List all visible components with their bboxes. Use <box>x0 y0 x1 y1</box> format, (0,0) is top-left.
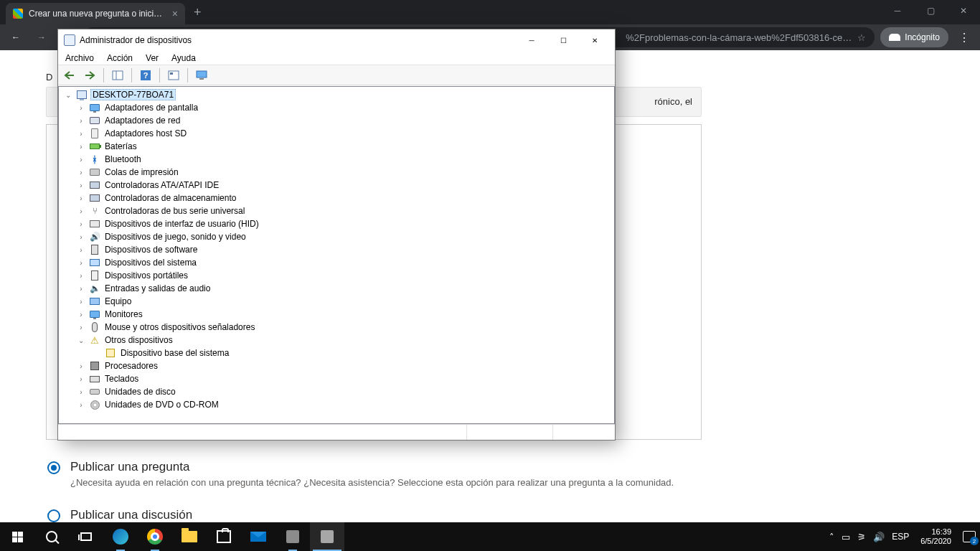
expand-icon[interactable]: › <box>76 270 86 281</box>
chrome-maximize-button[interactable]: ▢ <box>914 0 947 22</box>
collapse-icon[interactable]: ⌄ <box>76 335 86 345</box>
menu-file[interactable]: Archivo <box>65 53 94 63</box>
taskbar: ˄ ▭ ⚞ 🔊 ESP 16:39 6/5/2020 2 <box>0 522 980 551</box>
expand-icon[interactable]: › <box>76 258 86 268</box>
tree-node[interactable]: ›⑂Controladoras de bus serie universal <box>60 204 614 217</box>
option-publish-discussion[interactable]: Publicar una discusión <box>47 508 702 522</box>
tree-node[interactable]: ›Controladoras de almacenamiento <box>60 192 614 204</box>
expand-icon[interactable]: › <box>76 193 86 203</box>
tree-node[interactable]: ›🔈Entradas y salidas de audio <box>60 282 614 295</box>
forward-icon[interactable] <box>81 67 98 83</box>
back-icon[interactable] <box>61 67 78 83</box>
expand-icon[interactable]: › <box>76 387 86 397</box>
tree-node[interactable]: ⌄DESKTOP-77BOA71 <box>60 88 614 101</box>
expand-icon[interactable]: › <box>76 283 86 293</box>
taskbar-chrome[interactable] <box>138 522 172 551</box>
taskbar-devmgr[interactable] <box>310 522 344 551</box>
node-label: Controladoras de bus serie universal <box>103 206 246 216</box>
help-icon[interactable]: ? <box>137 67 154 83</box>
expand-icon[interactable]: › <box>76 296 86 306</box>
chrome-menu-icon[interactable]: ⋮ <box>954 31 974 44</box>
minimize-button[interactable]: ─ <box>516 30 547 50</box>
menu-action[interactable]: Acción <box>107 53 133 63</box>
device-tree[interactable]: ⌄DESKTOP-77BOA71›Adaptadores de pantalla… <box>58 86 615 424</box>
tree-node[interactable]: ›ᚼBluetooth <box>60 153 614 166</box>
expand-icon[interactable]: › <box>76 400 86 410</box>
expand-icon[interactable]: › <box>76 116 86 126</box>
tree-node[interactable]: ›Monitores <box>60 308 614 321</box>
tray-wifi-icon[interactable]: ⚞ <box>857 532 866 542</box>
nav-forward-icon[interactable]: → <box>32 27 52 47</box>
expand-icon[interactable]: › <box>76 374 86 384</box>
tray-chevron-icon[interactable]: ˄ <box>829 532 834 542</box>
collapse-icon[interactable]: ⌄ <box>63 90 73 100</box>
expand-icon[interactable]: › <box>76 219 86 229</box>
tree-node[interactable]: ›Dispositivos de interfaz de usuario (HI… <box>60 217 614 230</box>
tray-battery-icon[interactable]: ▭ <box>842 532 850 542</box>
tree-node[interactable]: ›🔊Dispositivos de juego, sonido y video <box>60 230 614 243</box>
expand-icon[interactable]: › <box>76 128 86 138</box>
tree-node[interactable]: ›Unidades de DVD o CD-ROM <box>60 398 614 411</box>
expand-icon[interactable]: › <box>76 154 86 164</box>
expand-icon[interactable]: › <box>76 141 86 151</box>
radio-icon[interactable] <box>47 509 60 522</box>
expand-icon[interactable]: › <box>76 180 86 190</box>
browser-tab[interactable]: Crear una nueva pregunta o inici… × <box>6 3 185 24</box>
menu-view[interactable]: Ver <box>146 53 159 63</box>
tree-node[interactable]: ›Baterías <box>60 140 614 153</box>
expand-icon[interactable]: › <box>76 322 86 332</box>
chrome-minimize-button[interactable]: ─ <box>881 0 914 22</box>
tab-close-icon[interactable]: × <box>172 8 178 19</box>
tree-node[interactable]: ›Procesadores <box>60 359 614 372</box>
incognito-indicator[interactable]: Incógnito <box>880 27 948 47</box>
tray-clock[interactable]: 16:39 6/5/2020 <box>916 527 956 546</box>
new-tab-button[interactable]: + <box>185 5 210 24</box>
tree-node[interactable]: ⌄⚠Otros dispositivos <box>60 334 614 347</box>
search-button[interactable] <box>34 522 69 551</box>
bookmark-star-icon[interactable]: ☆ <box>857 32 866 43</box>
nav-back-icon[interactable]: ← <box>6 27 26 47</box>
tree-node[interactable]: ›Adaptadores host SD <box>60 127 614 140</box>
scan-hardware-icon[interactable] <box>165 67 182 83</box>
tree-node[interactable]: ›Dispositivos del sistema <box>60 256 614 269</box>
option-publish-question[interactable]: Publicar una pregunta ¿Necesita ayuda en… <box>47 460 702 488</box>
expand-icon[interactable]: › <box>76 206 86 216</box>
monitor-icon[interactable] <box>193 67 210 83</box>
tray-notifications[interactable]: 2 <box>963 531 976 542</box>
tree-node[interactable]: ›Adaptadores de pantalla <box>60 101 614 114</box>
tree-node[interactable]: ›Dispositivos portátiles <box>60 269 614 282</box>
tree-node[interactable]: ›Colas de impresión <box>60 166 614 179</box>
titlebar[interactable]: Administrador de dispositivos ─ ☐ ✕ <box>58 29 615 51</box>
device-manager-window: Administrador de dispositivos ─ ☐ ✕ Arch… <box>57 29 616 441</box>
show-hide-tree-icon[interactable] <box>109 67 126 83</box>
tree-node[interactable]: ›Teclados <box>60 372 614 385</box>
tree-node[interactable]: Dispositivo base del sistema <box>60 347 614 359</box>
tray-volume-icon[interactable]: 🔊 <box>873 532 885 542</box>
tree-node[interactable]: ›Adaptadores de red <box>60 114 614 127</box>
chrome-close-button[interactable]: ✕ <box>947 0 980 22</box>
expand-icon[interactable]: › <box>76 167 86 177</box>
menu-help[interactable]: Ayuda <box>171 53 196 63</box>
tree-node[interactable]: ›Controladoras ATA/ATAPI IDE <box>60 179 614 192</box>
taskbar-app1[interactable] <box>275 522 310 551</box>
taskbar-mail[interactable] <box>241 522 275 551</box>
expand-icon[interactable]: › <box>76 361 86 371</box>
expand-icon[interactable]: › <box>76 103 86 113</box>
taskbar-explorer[interactable] <box>172 522 207 551</box>
close-button[interactable]: ✕ <box>579 30 611 50</box>
start-button[interactable] <box>0 522 34 551</box>
radio-icon[interactable] <box>47 461 60 474</box>
taskbar-edge[interactable] <box>103 522 138 551</box>
expand-icon[interactable]: › <box>76 232 86 242</box>
tree-node[interactable]: ›Equipo <box>60 295 614 308</box>
expand-icon[interactable]: › <box>76 245 86 255</box>
expand-icon[interactable]: › <box>76 309 86 319</box>
tree-node[interactable]: ›Mouse y otros dispositivos señaladores <box>60 321 614 334</box>
taskbar-store[interactable] <box>207 522 241 551</box>
tree-node[interactable]: ›Dispositivos de software <box>60 243 614 256</box>
tray-language[interactable]: ESP <box>892 532 909 542</box>
maximize-button[interactable]: ☐ <box>547 30 579 50</box>
task-view-button[interactable] <box>69 522 103 551</box>
tree-node[interactable]: ›Unidades de disco <box>60 385 614 398</box>
node-label: Adaptadores de red <box>103 116 182 126</box>
